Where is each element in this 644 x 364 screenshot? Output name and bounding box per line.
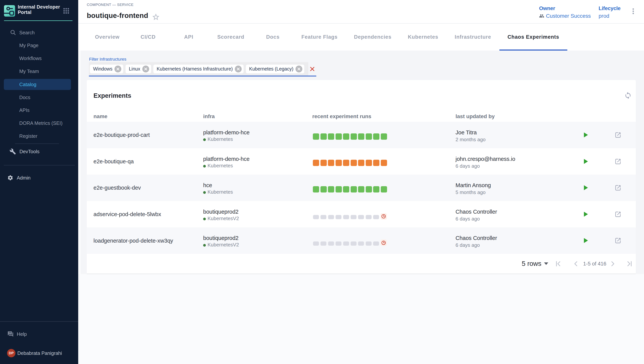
svg-text:?: ? (9, 332, 11, 334)
